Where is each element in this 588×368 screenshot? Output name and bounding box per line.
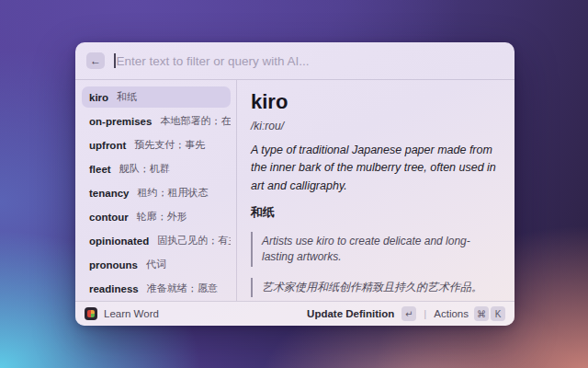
example-sentence-en: Artists use kiro to create delicate and … xyxy=(251,232,500,267)
word-list-item[interactable]: pronouns 代词 xyxy=(82,254,231,275)
word-translation: 本地部署的；在场所内的 xyxy=(160,114,231,128)
learn-word-window: ← kiro 和纸 on-premises 本地部署的；在场所内的 upfron… xyxy=(75,42,514,326)
content-area: kiro 和纸 on-premises 本地部署的；在场所内的 upfront … xyxy=(75,80,514,301)
word-list-item[interactable]: upfront 预先支付；事先 xyxy=(82,134,231,155)
app-name: Learn Word xyxy=(104,308,159,319)
definition-panel: kiro /kiːrou/ A type of traditional Japa… xyxy=(237,80,514,301)
definition-text: A type of traditional Japanese paper mad… xyxy=(251,142,500,195)
word-list: kiro 和纸 on-premises 本地部署的；在场所内的 upfront … xyxy=(75,80,237,301)
text-caret xyxy=(114,53,116,68)
word-title: kiro xyxy=(251,90,500,114)
word-list-item[interactable]: on-premises 本地部署的；在场所内的 xyxy=(82,110,231,132)
word-list-item[interactable]: tenancy 租约；租用状态 xyxy=(82,182,231,203)
chinese-translation: 和纸 xyxy=(251,204,500,221)
back-button[interactable]: ← xyxy=(86,52,105,69)
word-translation: 轮廓；外形 xyxy=(137,210,187,224)
update-definition-button[interactable]: Update Definition xyxy=(307,308,394,319)
left-arrow-icon: ← xyxy=(90,54,101,67)
word-translation: 固执己见的；有主见的 xyxy=(157,234,231,247)
word-list-item[interactable]: readiness 准备就绪；愿意 xyxy=(82,278,231,299)
cmd-key-badge: ⌘ xyxy=(474,306,489,321)
search-input[interactable] xyxy=(117,54,504,68)
app-icon-glyph xyxy=(87,310,95,317)
word-list-item[interactable]: opinionated 固执己见的；有主见的 xyxy=(82,230,231,251)
search-bar: ← xyxy=(75,42,514,80)
word-label: upfront xyxy=(89,140,126,151)
footer-separator: | xyxy=(424,308,426,319)
word-label: kiro xyxy=(89,92,108,103)
word-label: contour xyxy=(89,212,129,223)
learn-word-app-icon xyxy=(85,307,97,320)
word-label: opinionated xyxy=(89,236,149,247)
word-translation: 舰队；机群 xyxy=(119,162,170,176)
word-label: pronouns xyxy=(89,259,138,270)
return-key-badge: ↵ xyxy=(401,306,416,321)
word-translation: 代词 xyxy=(146,258,166,271)
k-key-badge: K xyxy=(491,306,505,321)
word-list-item[interactable]: kiro 和纸 xyxy=(82,86,231,108)
word-translation: 准备就绪；愿意 xyxy=(147,282,218,295)
word-label: fleet xyxy=(89,164,111,175)
word-list-item[interactable]: contour 轮廓；外形 xyxy=(82,206,231,227)
example-sentence-cn: 艺术家使用和纸创作精致且持久的艺术作品。 xyxy=(251,278,500,297)
action-bar: Learn Word Update Definition ↵ | Actions… xyxy=(75,301,514,326)
word-label: readiness xyxy=(89,283,139,294)
word-label: tenancy xyxy=(89,188,129,199)
actions-button[interactable]: Actions xyxy=(434,308,469,319)
word-label: on-premises xyxy=(89,116,152,127)
word-translation: 和纸 xyxy=(117,90,137,104)
word-list-item[interactable]: fleet 舰队；机群 xyxy=(82,158,231,179)
word-translation: 预先支付；事先 xyxy=(134,138,205,152)
word-translation: 租约；租用状态 xyxy=(137,186,208,200)
phonetic: /kiːrou/ xyxy=(251,120,500,132)
